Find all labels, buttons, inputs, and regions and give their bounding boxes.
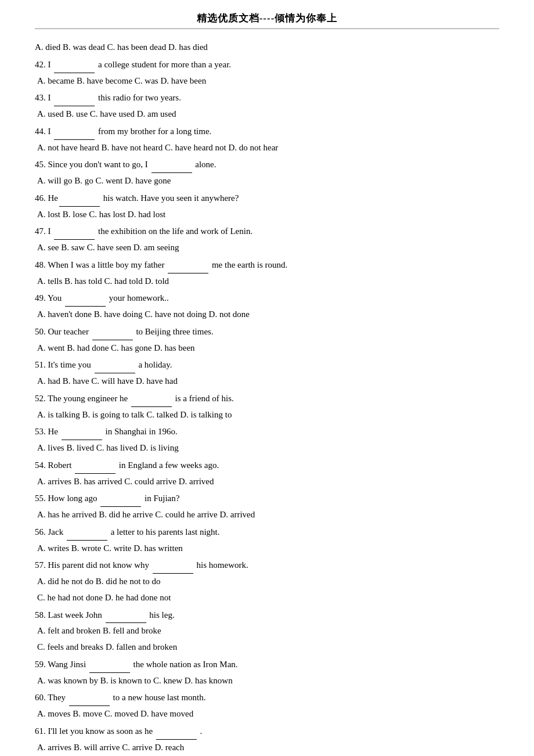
header-title: 精选优质文档----倾情为你奉上 <box>197 13 338 24</box>
q52-text: 52. The young engineer he is a friend of… <box>35 394 234 403</box>
q45-options: A. will go B. go C. went D. have gone <box>35 173 499 189</box>
question-53: 53. He in Shanghai in 196o. <box>35 424 499 440</box>
question-56: 56. Jack a letter to his parents last ni… <box>35 524 499 541</box>
q58-options-2: C. feels and breaks D. fallen and broken <box>35 639 499 656</box>
q42-options: A. became B. have become C. was D. have … <box>35 73 499 89</box>
q61-options: A. arrives B. will arrive C. arrive D. r… <box>35 740 499 756</box>
question-58: 58. Last week John his leg. <box>35 607 499 624</box>
q49-options: A. haven't done B. have doing C. have no… <box>35 307 499 323</box>
page-header: 精选优质文档----倾情为你奉上 <box>35 12 499 29</box>
q42-text: 42. I a college student for more than a … <box>35 60 231 69</box>
q61-text: 61. I'll let you know as soon as he . <box>35 726 202 736</box>
q43-text: 43. I this radio for two years. <box>35 93 181 102</box>
q60-options: A. moves B. move C. moved D. have moved <box>35 706 499 722</box>
question-47: 47. I the exhibition on the life and wor… <box>35 224 499 240</box>
question-57: 57. His parent did not know why his home… <box>35 557 499 574</box>
question-51: 51. It's time you a holiday. <box>35 357 499 373</box>
q60-text: 60. They to a new house last month. <box>35 693 206 702</box>
q51-options: A. had B. have C. will have D. have had <box>35 373 499 390</box>
q49-text: 49. You your homework.. <box>35 293 169 303</box>
q55-text: 55. How long ago in Fujian? <box>35 494 179 503</box>
q48-blank <box>168 273 208 273</box>
q56-options: A. writes B. wrote C. write D. has writt… <box>35 541 499 557</box>
q53-options: A. lives B. lived C. has lived D. is liv… <box>35 440 499 456</box>
q56-text: 56. Jack a letter to his parents last ni… <box>35 527 220 537</box>
q50-text: 50. Our teacher to Beijing three times. <box>35 327 214 336</box>
q43-options: A. used B. use C. have used D. am used <box>35 106 499 123</box>
question-61: 61. I'll let you know as soon as he . <box>35 723 499 740</box>
q54-options: A. arrives B. has arrived C. could arriv… <box>35 474 499 490</box>
question-43: 43. I this radio for two years. <box>35 90 499 106</box>
question-60: 60. They to a new house last month. <box>35 690 499 706</box>
q44-text: 44. I from my brother for a long time. <box>35 127 211 136</box>
q57-options-1: A. did he not do B. did he not to do <box>35 574 499 590</box>
q46-text: 46. He his watch. Have you seen it anywh… <box>35 193 239 203</box>
intro-options: A. died B. was dead C. has been dead D. … <box>35 42 208 52</box>
q55-options: A. has he arrived B. did he arrive C. co… <box>35 507 499 523</box>
q47-text: 47. I the exhibition on the life and wor… <box>35 226 252 236</box>
question-50: 50. Our teacher to Beijing three times. <box>35 324 499 340</box>
question-52: 52. The young engineer he is a friend of… <box>35 391 499 407</box>
q59-options: A. was known by B. is known to C. knew D… <box>35 673 499 689</box>
q52-options: A. is talking B. is going to talk C. tal… <box>35 407 499 423</box>
q44-options: A. not have heard B. have not heard C. h… <box>35 140 499 156</box>
question-59: 59. Wang Jinsi the whole nation as Iron … <box>35 657 499 673</box>
question-45: 45. Since you don't want to go, I alone. <box>35 157 499 173</box>
question-49: 49. You your homework.. <box>35 290 499 307</box>
q45-text: 45. Since you don't want to go, I alone. <box>35 160 217 169</box>
q58-text: 58. Last week John his leg. <box>35 610 175 620</box>
question-48: 48. When I was a little boy my father me… <box>35 257 499 273</box>
q54-text: 54. Robert in England a few weeks ago. <box>35 460 219 470</box>
q58-options-1: A. felt and broken B. fell and broke <box>35 623 499 639</box>
question-46: 46. He his watch. Have you seen it anywh… <box>35 190 499 207</box>
q48-text: 48. When I was a little boy my father me… <box>35 260 287 269</box>
content-area: A. died B. was dead C. has been dead D. … <box>35 39 499 756</box>
intro-line: A. died B. was dead C. has been dead D. … <box>35 39 499 56</box>
question-44: 44. I from my brother for a long time. <box>35 124 499 140</box>
q48-options: A. tells B. has told C. had told D. told <box>35 273 499 290</box>
question-54: 54. Robert in England a few weeks ago. <box>35 458 499 474</box>
q53-text: 53. He in Shanghai in 196o. <box>35 427 178 436</box>
question-42: 42. I a college student for more than a … <box>35 57 499 73</box>
q57-options-2: C. he had not done D. he had done not <box>35 590 499 606</box>
question-55: 55. How long ago in Fujian? <box>35 491 499 507</box>
q46-options: A. lost B. lose C. has lost D. had lost <box>35 207 499 223</box>
q51-text: 51. It's time you a holiday. <box>35 360 172 369</box>
q59-text: 59. Wang Jinsi the whole nation as Iron … <box>35 660 238 669</box>
q57-text: 57. His parent did not know why his home… <box>35 560 248 570</box>
q47-options: A. see B. saw C. have seen D. am seeing <box>35 240 499 256</box>
q50-options: A. went B. had done C. has gone D. has b… <box>35 340 499 357</box>
